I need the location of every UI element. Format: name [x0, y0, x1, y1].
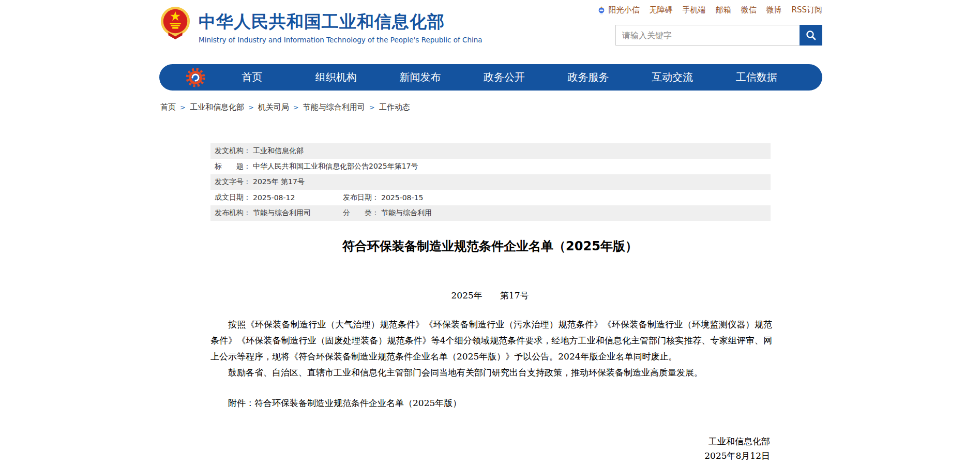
- meta-pair-publish-date: 发布日期： 2025-08-15: [343, 193, 423, 202]
- meta-value: 节能与综合利用: [381, 208, 432, 218]
- meta-row-dates: 成文日期： 2025-08-12 发布日期： 2025-08-15: [210, 190, 771, 205]
- top-link-label: 邮箱: [716, 5, 731, 15]
- meta-row-issuing-body: 发文机构： 工业和信息化部: [210, 143, 771, 159]
- national-emblem-icon: [159, 6, 191, 39]
- meta-row-doc-number: 发文字号： 2025年 第17号: [210, 174, 771, 190]
- meta-label: 发文机构：: [215, 146, 251, 156]
- nav-item-interaction[interactable]: 互动交流: [630, 70, 715, 84]
- meta-row-publisher: 发布机构： 节能与综合利用司 分 类： 节能与综合利用: [210, 205, 771, 221]
- top-link-mobile[interactable]: 手机端: [683, 5, 706, 15]
- nav-item-news[interactable]: 新闻发布: [378, 70, 462, 84]
- main-nav: 首页 组织机构 新闻发布 政务公开 政务服务 互动交流 工信数据: [159, 64, 822, 91]
- search-input[interactable]: [615, 25, 800, 46]
- signature-org: 工业和信息化部: [210, 434, 770, 448]
- breadcrumb-separator: >: [369, 103, 375, 111]
- top-link-label: 阳光小信: [609, 5, 640, 15]
- breadcrumb-separator: >: [293, 103, 299, 111]
- site-title-block: 中华人民共和国工业和信息化部 Ministry of Industry and …: [199, 10, 483, 44]
- meta-value: 2025年 第17号: [253, 177, 305, 187]
- nav-item-gov-disclosure[interactable]: 政务公开: [462, 70, 547, 84]
- nav-item-organization[interactable]: 组织机构: [294, 70, 379, 84]
- top-link-label: 微博: [766, 5, 782, 15]
- breadcrumb-separator: >: [180, 103, 186, 111]
- top-link-mail[interactable]: 邮箱: [716, 5, 731, 15]
- top-link-label: 手机端: [683, 5, 706, 15]
- meta-label: 发布日期：: [343, 193, 379, 202]
- search-box: [615, 25, 822, 46]
- article-body: 按照《环保装备制造行业（大气治理）规范条件》《环保装备制造行业（污水治理）规范条…: [210, 317, 772, 463]
- article-signature: 工业和信息化部 2025年8月12日: [210, 434, 772, 463]
- meta-value: 节能与综合利用司: [253, 208, 311, 218]
- miit-logo-icon: [184, 66, 207, 89]
- meta-value: 2025-08-15: [381, 193, 423, 202]
- top-link-label: 微信: [741, 5, 757, 15]
- site-header: 中华人民共和国工业和信息化部 Ministry of Industry and …: [159, 0, 822, 52]
- top-link-rss[interactable]: RSS订阅: [792, 5, 822, 15]
- top-link-accessibility[interactable]: 无障碍: [650, 5, 673, 15]
- top-link-wechat[interactable]: 微信: [741, 5, 757, 15]
- meta-value: 中华人民共和国工业和信息化部公告2025年第17号: [253, 162, 418, 171]
- search-icon: [805, 29, 817, 41]
- nav-item-miit-data[interactable]: 工信数据: [714, 70, 798, 84]
- article-paragraph: 鼓励各省、自治区、直辖市工业和信息化主管部门会同当地有关部门研究出台支持政策，推…: [210, 365, 772, 381]
- robot-icon: [597, 6, 606, 15]
- meta-label: 发布机构：: [215, 208, 251, 218]
- meta-value: 工业和信息化部: [253, 146, 304, 156]
- nav-item-gov-services[interactable]: 政务服务: [546, 70, 630, 84]
- top-link-yangguangxiaoxin[interactable]: 阳光小信: [597, 5, 640, 15]
- breadcrumb: 首页 > 工业和信息化部 > 机关司局 > 节能与综合利用司 > 工作动态: [160, 102, 410, 112]
- site-subtitle: Ministry of Industry and Information Tec…: [199, 36, 483, 44]
- meta-row-title: 标 题： 中华人民共和国工业和信息化部公告2025年第17号: [210, 159, 771, 174]
- breadcrumb-departments[interactable]: 机关司局: [258, 102, 289, 112]
- breadcrumb-separator: >: [248, 103, 254, 111]
- breadcrumb-home[interactable]: 首页: [160, 102, 176, 112]
- meta-label: 发文字号：: [215, 177, 251, 187]
- meta-pair-category: 分 类： 节能与综合利用: [343, 208, 432, 218]
- article-title: 符合环保装备制造业规范条件企业名单（2025年版）: [0, 238, 980, 254]
- site-title: 中华人民共和国工业和信息化部: [199, 10, 483, 34]
- signature-date: 2025年8月12日: [210, 448, 770, 463]
- meta-value: 2025-08-12: [253, 193, 295, 202]
- search-button[interactable]: [800, 25, 822, 46]
- top-link-label: 无障碍: [650, 5, 673, 15]
- breadcrumb-miit[interactable]: 工业和信息化部: [190, 102, 244, 112]
- breadcrumb-work-updates[interactable]: 工作动态: [379, 102, 410, 112]
- document-meta-table: 发文机构： 工业和信息化部 标 题： 中华人民共和国工业和信息化部公告2025年…: [210, 143, 771, 221]
- top-link-weibo[interactable]: 微博: [766, 5, 782, 15]
- meta-label: 标 题：: [215, 162, 251, 171]
- top-utility-links: 阳光小信 无障碍 手机端 邮箱 微信 微博 RSS订阅: [597, 5, 822, 15]
- top-link-label: RSS订阅: [792, 5, 822, 15]
- article-paragraph: 按照《环保装备制造行业（大气治理）规范条件》《环保装备制造行业（污水治理）规范条…: [210, 317, 772, 365]
- attachment-link[interactable]: 附件：符合环保装备制造业规范条件企业名单（2025年版）: [210, 395, 772, 411]
- article-issue-number: 2025年 第17号: [0, 290, 980, 302]
- meta-label: 分 类：: [343, 208, 379, 218]
- nav-item-home[interactable]: 首页: [210, 70, 294, 84]
- breadcrumb-energy-dept[interactable]: 节能与综合利用司: [303, 102, 365, 112]
- meta-label: 成文日期：: [215, 193, 251, 202]
